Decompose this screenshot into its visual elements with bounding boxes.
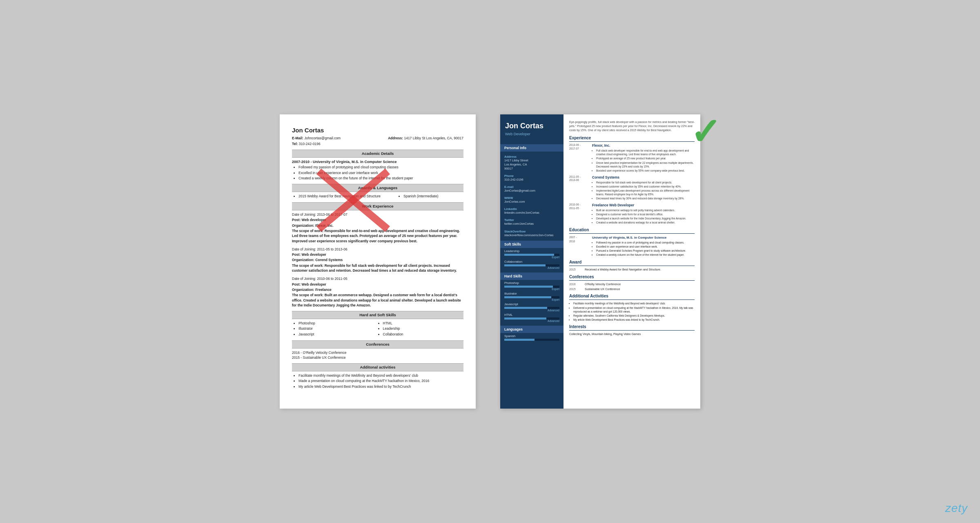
- left-tel: Tel: 310-242-0196: [292, 141, 463, 146]
- list-item: HTML: [383, 321, 464, 326]
- phone-info: Phone 310-242-0196: [500, 171, 564, 182]
- resume-summary: Eye-poppingly prolific, full stack web d…: [569, 120, 695, 132]
- twitter-info: Twitter twitter.com/JonCortas: [500, 215, 564, 226]
- interests-text: Collecting Vinyls, Mountain biking, Play…: [569, 332, 695, 336]
- list-item: Decreased lead times by 30% and reduced …: [596, 197, 695, 200]
- left-address: Address: 1417 Libby St Los Angeles, CA, …: [388, 136, 463, 141]
- left-contact: E-Mail: Johncortas@gmail.com Address: 14…: [292, 136, 463, 141]
- academic-bullets: Followed my passion of prototyping and c…: [292, 165, 463, 181]
- hard-skills-title: Hard Skills: [500, 273, 564, 280]
- award-item-1: 2015 Received a Webby Award for Best Nav…: [569, 268, 695, 272]
- email-info: E-mail JonCortas@gmail.com: [500, 182, 564, 193]
- org-field: Organization: Flexor, Inc.: [292, 223, 463, 228]
- award-title: Award: [569, 259, 695, 266]
- list-item: Developed a launch website for the Indie…: [596, 217, 686, 220]
- skill-illustrator: Illustrator Expert: [500, 291, 564, 301]
- awards-row: 2015 Webby Award for Best Navigation and…: [292, 194, 463, 199]
- post-field: Post: Web developer: [292, 217, 463, 222]
- list-item: Created a website and donations webapp f…: [596, 221, 686, 224]
- list-item: Drove best practice implementation for 2…: [596, 161, 695, 168]
- skills-header: Hard and Soft Skills: [292, 311, 463, 319]
- academic-header: Academic Details: [292, 150, 463, 158]
- sidebar-name: Jon Cortas: [505, 122, 559, 131]
- list-item: Responsible for full stack web developme…: [596, 181, 695, 184]
- org-field: Organization: Corend Systems: [292, 257, 463, 262]
- list-item: Boosted user experience scores by 55% ov…: [596, 169, 695, 172]
- work-item-1: Date of Joining: 2013-06 to 2017-07 Post…: [292, 212, 463, 244]
- list-item: Excelled in user experience and user int…: [298, 170, 463, 175]
- linkedin-info: LinkedIn linkedin.com/in/JonCortas: [500, 204, 564, 215]
- conf-header: Conferences: [292, 340, 463, 349]
- list-item: 2015 Webby Award for Best Navigation and…: [298, 194, 381, 199]
- skill-collaboration: Collaboration Advanced: [500, 259, 564, 269]
- list-item: Implemented Agile/Lean development proce…: [596, 189, 695, 196]
- work-header: Work Experience: [292, 202, 463, 210]
- list-item: Created a weekly column on the future of…: [596, 253, 686, 257]
- personal-info-title: Personal Info: [500, 144, 564, 152]
- list-item: Increased customer satisfaction by 35% a…: [596, 185, 695, 188]
- stackoverflow-info: StackOverflow stackoverflow.com/users/Jo…: [500, 226, 564, 237]
- lang-list: Spanish (intermediate): [397, 194, 439, 199]
- resume-sidebar: Jon Cortas Web Developer Personal Info A…: [500, 114, 564, 409]
- list-item: Pursued a Generalist Scholars Program gr…: [596, 249, 686, 253]
- list-item: Designed a customer web form for a local…: [596, 212, 686, 216]
- list-item: Followed my passion in a core of prototy…: [596, 241, 686, 244]
- list-item: Created a weekly column on the future of…: [298, 176, 463, 181]
- experience-title: Experience: [569, 135, 695, 142]
- edu-item-1: 2007 - 2010 University of Virginia, M.S.…: [569, 235, 695, 257]
- skill-html: HTML Advanced: [500, 312, 564, 322]
- scope-field: The scope of work: Responsible for end-t…: [292, 228, 463, 244]
- list-item: Excelled in user experience and user int…: [596, 245, 686, 248]
- activities-list: Facilitate monthly meetings of the Webfi…: [569, 302, 695, 321]
- list-item: Made a presentation on cloud computing a…: [298, 378, 463, 383]
- exp-item-1: 2013-06 - 2017-07 Flexor, Inc. Full stac…: [569, 143, 695, 172]
- activities-list: Facilitate monthly meetings of the Webfi…: [292, 373, 463, 389]
- conf-item-1: 2016 O'Reilly Velocity Conference: [569, 282, 695, 286]
- org-field: Organization: Freelance: [292, 287, 463, 292]
- left-resume: Jon Cortas E-Mail: Johncortas@gmail.com …: [280, 114, 476, 409]
- academic-item: 2007-2010 - University of Virginia, M.S.…: [292, 159, 463, 181]
- languages-title: Languages: [500, 326, 564, 333]
- list-item: My article Web Development Best Practice…: [573, 318, 695, 322]
- list-item: Full stack web developer responsible for…: [596, 149, 695, 156]
- skill-leadership: Leadership Expert: [500, 248, 564, 259]
- scope-field: The scope of work: Built an ecommerce we…: [292, 293, 463, 308]
- list-item: Regular attendee, Southern California We…: [573, 314, 695, 317]
- list-item: Illustrator: [298, 326, 379, 331]
- interests-title: Interests: [569, 324, 695, 331]
- soft-skills-title: Soft Skills: [500, 241, 564, 248]
- skill-photoshop: Photoshop Expert: [500, 280, 564, 291]
- activities-title: Additional Activities: [569, 293, 695, 300]
- post-field: Post: Web developer: [292, 252, 463, 257]
- awards-header: Awards & Languages: [292, 184, 463, 192]
- list-item: Facilitate monthly meetings of the Webfi…: [573, 302, 695, 305]
- skill-javascript: Javascript Advanced: [500, 301, 564, 312]
- list-item: Leadership: [383, 326, 464, 331]
- work-item-3: Date of Joining: 2010-06 to 2011-05 Post…: [292, 276, 463, 308]
- list-item: Followed my passion of prototyping and c…: [298, 165, 463, 170]
- activities-header: Additonal activities: [292, 363, 463, 371]
- sidebar-title: Web Developer: [505, 132, 559, 136]
- post-field: Post: Web developer: [292, 282, 463, 287]
- exp-item-3: 2010-06 - 2011-05 Freelance Web Develope…: [569, 203, 695, 225]
- sidebar-header: Jon Cortas Web Developer: [500, 114, 564, 141]
- list-item: Facilitate monthly meetings of the Webfi…: [298, 373, 463, 378]
- list-item: Collaboration: [383, 332, 464, 337]
- list-item: Delivered a presentation on cloud comput…: [573, 306, 695, 313]
- list-item: Built an ecommerce webapp to sell potty …: [596, 208, 686, 212]
- address-info: Address 1417 Libby StreetLos Angeles, CA…: [500, 152, 564, 171]
- list-item: Prototyped an average of 25 new product …: [596, 156, 695, 160]
- list-item: My article Web Development Best Practice…: [298, 384, 463, 389]
- conf-item-2: 2015 Sustainable UX Conference: [569, 287, 695, 291]
- lang-spanish: Spanish: [500, 333, 564, 341]
- conferences-title: Conferences: [569, 274, 695, 281]
- work-item-2: Date of Joining: 2011-05 to 2013-06 Post…: [292, 247, 463, 273]
- left-email: E-Mail: Johncortas@gmail.com: [292, 136, 341, 141]
- www-info: WWW JonCortas.com: [500, 193, 564, 204]
- list-item: Photoshop: [298, 321, 379, 326]
- left-name: Jon Cortas: [292, 126, 463, 135]
- list-item: Spanish (intermediate): [403, 194, 439, 199]
- conf-item-1: 2016 - O'Reilly Velocity Conference: [292, 350, 463, 355]
- resume-main-content: Eye-poppingly prolific, full stack web d…: [564, 114, 700, 409]
- scope-field: The scope of work: Responsible for full …: [292, 263, 463, 273]
